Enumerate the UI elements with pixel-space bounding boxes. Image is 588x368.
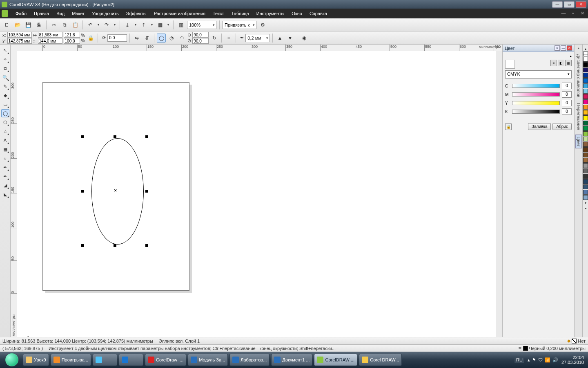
palette-swatch[interactable]	[583, 105, 588, 110]
interactive-tool[interactable]: ⟐	[1, 154, 9, 162]
menu-arrange[interactable]: Упорядочить	[89, 10, 122, 17]
menu-window[interactable]: Окно	[288, 10, 305, 17]
zoom-tool[interactable]: 🔍	[1, 73, 9, 81]
interactive-fill-tool[interactable]: ◣	[1, 190, 9, 198]
ellipse-shape[interactable]	[91, 138, 144, 245]
cut-button[interactable]: ✂	[49, 20, 58, 29]
taskbar-item[interactable]: Документ1 ...	[271, 354, 312, 366]
menu-effects[interactable]: Эффекты	[123, 10, 150, 17]
smart-fill-tool[interactable]: ◆	[1, 91, 9, 99]
undo-dropdown[interactable]: ▾	[96, 23, 100, 27]
minimize-button[interactable]: —	[552, 1, 563, 8]
yellow-slider[interactable]	[512, 101, 560, 105]
handle-nw[interactable]	[81, 135, 84, 138]
redo-button[interactable]: ↷	[102, 20, 111, 29]
export-button[interactable]: ⤒	[139, 20, 148, 29]
palette-swatch[interactable]	[583, 179, 588, 184]
basic-shapes-tool[interactable]: ☆	[1, 127, 9, 135]
shape-tool[interactable]: ✧	[1, 55, 9, 63]
menu-bitmaps[interactable]: Растровые изображения	[151, 10, 209, 17]
freehand-tool[interactable]: ✎	[1, 82, 9, 90]
start-angle-input[interactable]	[192, 32, 209, 38]
drawing-canvas[interactable]: ✕	[17, 51, 502, 338]
palette-swatch[interactable]	[583, 163, 588, 168]
outline-pen-icon[interactable]: ✒	[518, 346, 522, 351]
import-button[interactable]: ⤓	[123, 20, 132, 29]
start-button[interactable]	[2, 352, 22, 367]
color-model-combo[interactable]: CMYK	[505, 70, 572, 79]
undo-button[interactable]: ↶	[86, 20, 95, 29]
mdi-minimize[interactable]: —	[560, 11, 567, 16]
palette-swatch[interactable]	[583, 137, 588, 141]
ellipse-mode-button[interactable]: ◯	[157, 34, 166, 43]
color-lock-button[interactable]: 🔒	[505, 123, 512, 130]
palette-swatch[interactable]	[583, 142, 588, 147]
yellow-value[interactable]: 0	[562, 100, 572, 106]
palette-swatch[interactable]	[583, 121, 588, 126]
close-button[interactable]: ✕	[576, 1, 586, 8]
redo-dropdown[interactable]: ▾	[113, 23, 117, 27]
sliders-view-button[interactable]: ≡	[550, 60, 557, 66]
apply-fill-button[interactable]: Заливка	[528, 123, 551, 130]
ruler-origin[interactable]	[11, 45, 17, 51]
palette-down[interactable]: ▾	[585, 200, 586, 206]
palette-swatch[interactable]	[583, 110, 588, 115]
palette-swatch[interactable]	[583, 115, 588, 120]
taskbar-item[interactable]: Модуль За...	[188, 354, 228, 366]
palette-swatch[interactable]	[583, 67, 588, 72]
eyedropper-tool[interactable]: ✒	[1, 163, 9, 171]
tab-color[interactable]: Цвет	[575, 135, 582, 149]
text-tool[interactable]: A	[1, 136, 9, 144]
black-value[interactable]: 0	[562, 108, 572, 115]
palette-swatch[interactable]	[583, 126, 588, 131]
palette-swatch[interactable]	[583, 184, 588, 189]
menu-tools[interactable]: Инструменты	[253, 10, 288, 17]
docker-minimize-button[interactable]: —	[561, 45, 566, 51]
menu-help[interactable]: Справка	[306, 10, 330, 17]
zoom-combo[interactable]: 100%	[187, 21, 216, 29]
options-button[interactable]: ⚙	[258, 20, 267, 29]
palette-swatch[interactable]	[583, 99, 588, 104]
arc-mode-button[interactable]: ◠	[177, 34, 186, 43]
docker-close-button[interactable]: ✕	[567, 45, 572, 51]
direction-button[interactable]: ↻	[210, 34, 219, 43]
rectangle-tool[interactable]: ▭	[1, 100, 9, 108]
menu-edit[interactable]: Правка	[31, 10, 52, 17]
palette-swatch[interactable]	[583, 168, 588, 173]
menu-layout[interactable]: Макет	[69, 10, 88, 17]
to-front-button[interactable]: ▲	[275, 34, 284, 43]
tray-volume-icon[interactable]: 🔊	[552, 357, 558, 363]
black-slider[interactable]	[512, 110, 560, 114]
clock[interactable]: 22:04 27.03.2010	[561, 355, 584, 365]
palette-up[interactable]: ▴	[585, 46, 586, 52]
docker-collapse-button[interactable]: »	[555, 45, 560, 51]
tray-network-icon[interactable]: 📶	[545, 357, 550, 363]
menu-text[interactable]: Текст	[209, 10, 227, 17]
lang-indicator[interactable]: RU	[514, 357, 524, 363]
open-button[interactable]: 📂	[13, 20, 22, 29]
end-angle-input[interactable]	[192, 38, 209, 44]
palette-swatch[interactable]	[583, 62, 588, 67]
taskbar-item[interactable]	[93, 354, 117, 366]
obj-width-input[interactable]	[38, 32, 62, 38]
handle-n[interactable]	[114, 135, 116, 138]
scale-y-input[interactable]	[64, 38, 80, 44]
palette-swatch[interactable]	[583, 147, 588, 152]
snap-combo[interactable]: Привязать к	[223, 21, 256, 29]
tray-flag-icon[interactable]: ⚑	[532, 357, 536, 363]
magenta-value[interactable]: 0	[562, 91, 572, 98]
scale-x-input[interactable]	[64, 32, 80, 38]
wrap-text-button[interactable]: ≡	[224, 34, 233, 43]
ellipse-tool[interactable]: ◯	[1, 109, 9, 117]
obj-x-input[interactable]	[7, 32, 32, 38]
tab-blend[interactable]: Перетекание	[576, 101, 581, 132]
lock-ratio-button[interactable]: 🔒	[86, 34, 95, 43]
tray-shield-icon[interactable]: 🛡	[538, 357, 543, 363]
ruler-vertical[interactable]: миллиметры 300250200150100500	[11, 51, 17, 338]
copy-button[interactable]: ⧉	[60, 20, 69, 29]
palette-swatch[interactable]	[583, 78, 588, 83]
palette-flyout[interactable]: ◂	[585, 206, 586, 211]
publish-button[interactable]: ▦	[156, 20, 165, 29]
palette-swatch[interactable]	[583, 73, 588, 78]
palette-swatch[interactable]	[583, 57, 588, 62]
